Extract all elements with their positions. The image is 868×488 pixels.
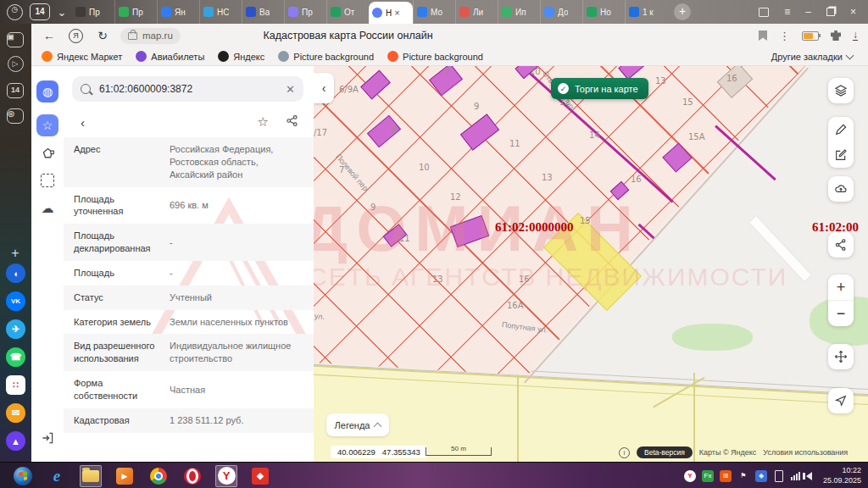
tray-battery-icon[interactable] — [773, 470, 785, 482]
ruler-button[interactable] — [828, 117, 854, 142]
start-button[interactable] — [12, 465, 34, 487]
bookmark-item[interactable]: Авиабилеты — [136, 51, 204, 62]
tab-count-badge[interactable]: 14 — [6, 81, 25, 100]
new-tab-button[interactable]: + — [674, 3, 691, 20]
cloud-icon[interactable]: ☁ — [36, 197, 58, 219]
play-media-icon[interactable]: ▷ — [6, 54, 25, 73]
action-center-flag-icon[interactable]: ⚑ — [737, 470, 749, 482]
volume-icon[interactable] — [806, 472, 812, 480]
alice-app[interactable]: ▲ — [6, 431, 25, 451]
cadastral-map[interactable]: 6/9А71089121315161415А11/177101213169111… — [314, 66, 868, 462]
apps-grid-app[interactable]: ∷ — [6, 375, 25, 395]
opera-icon[interactable] — [181, 465, 203, 487]
polygon-tool-icon[interactable] — [36, 142, 58, 164]
collapse-panel-icon[interactable] — [36, 427, 58, 449]
tab[interactable]: От — [326, 0, 369, 24]
bookmark-item[interactable]: Picture background — [387, 51, 483, 62]
screenshot-icon[interactable]: ◎ — [6, 107, 25, 125]
reload-icon[interactable]: ↻ — [90, 29, 115, 42]
history-clock-icon[interactable]: ◷ — [7, 4, 23, 20]
parcel-number: 7 — [444, 67, 449, 76]
whatsapp-app[interactable]: ☎ — [6, 347, 25, 367]
extensions-icon[interactable] — [831, 30, 841, 41]
anydesk-icon[interactable]: ◆ — [249, 465, 271, 487]
tray-fx-icon[interactable]: Fx — [702, 470, 714, 482]
internet-explorer-icon[interactable]: e — [46, 465, 68, 487]
tabs-chevron-down-icon[interactable]: ⌄ — [52, 6, 72, 19]
tab-counter-button[interactable]: 14 — [30, 3, 50, 20]
map-back-button[interactable]: ‹ — [314, 73, 334, 103]
detail-row: Площадь- — [64, 261, 314, 286]
info-icon[interactable]: i — [619, 447, 630, 458]
yandex-mail-app[interactable]: ✉ — [6, 403, 25, 423]
locate-button[interactable] — [828, 388, 854, 413]
detail-label: Площадь уточненная — [74, 193, 170, 219]
tab-label: 1 к — [643, 8, 654, 17]
tab[interactable]: 1 к — [625, 0, 667, 24]
edit-button[interactable] — [828, 142, 854, 168]
upload-button[interactable] — [828, 176, 854, 202]
tray-clock[interactable]: 10:22 25.09.2025 — [818, 466, 861, 485]
tab[interactable]: Мо — [413, 0, 455, 24]
clear-search-icon[interactable]: ✕ — [286, 83, 295, 96]
tab-active[interactable]: Н× — [369, 2, 413, 24]
media-player-icon[interactable]: ▶ — [114, 465, 136, 487]
pan-button[interactable] — [828, 344, 854, 369]
tab[interactable]: Ли — [455, 0, 498, 24]
tray-app-icon[interactable]: ⊞ — [720, 470, 732, 482]
tab-panel-icon[interactable] — [759, 8, 769, 17]
other-bookmarks-button[interactable]: Другие закладки — [771, 52, 868, 62]
app-logo-icon[interactable]: ◍ — [36, 80, 58, 103]
legend-button[interactable]: Легенда — [326, 413, 389, 436]
yandex-services-icon[interactable]: Я — [69, 29, 83, 43]
bookmark-label: Яндекс — [233, 52, 264, 62]
browser-menu-icon[interactable]: ≡ — [784, 6, 790, 18]
zoom-out-button[interactable]: − — [828, 300, 854, 326]
close-button[interactable]: × — [850, 6, 856, 18]
yandex-browser-icon[interactable]: Y — [215, 465, 237, 487]
trades-on-map-button[interactable]: ✓ Торги на карте — [551, 78, 648, 99]
yandex-browser-app[interactable]: ◖ — [6, 263, 25, 283]
tray-blue-icon[interactable]: ◈ — [755, 470, 767, 482]
panel-back-button[interactable]: ‹ — [81, 115, 85, 130]
share-icon[interactable] — [286, 114, 298, 127]
layers-button[interactable] — [828, 78, 854, 103]
favorite-star-icon[interactable]: ☆ — [258, 114, 269, 130]
search-input[interactable] — [97, 82, 279, 96]
bookmark-item[interactable]: Picture background — [278, 51, 374, 62]
tab[interactable]: Ва — [242, 0, 284, 24]
panel-toolbar: ‹ ☆ — [64, 108, 314, 136]
more-menu-icon[interactable]: ⋮ — [779, 30, 790, 42]
add-panel-icon[interactable]: + — [6, 244, 25, 263]
battery-saver-icon[interactable] — [802, 31, 819, 41]
tab[interactable]: Но — [582, 0, 625, 24]
back-icon[interactable]: ← — [36, 29, 62, 42]
tab[interactable]: До — [540, 0, 582, 24]
downloads-icon[interactable]: ↓ — [853, 30, 858, 41]
map-share-button[interactable] — [828, 232, 854, 258]
restore-button[interactable] — [826, 8, 835, 16]
bookmark-item[interactable]: Яндекс Маркет — [42, 51, 122, 62]
favorites-star-button[interactable]: ☆ — [36, 114, 58, 136]
chrome-icon[interactable] — [147, 465, 170, 487]
tab[interactable]: Пр — [114, 0, 157, 24]
tab[interactable]: Пр — [72, 0, 114, 24]
address-field[interactable]: map.ru — [120, 28, 181, 44]
zoom-in-button[interactable]: + — [828, 274, 854, 300]
tab-groups-icon[interactable]: ▣ — [6, 30, 25, 49]
tab-close-icon[interactable]: × — [394, 8, 399, 18]
bookmark-item[interactable]: Яндекс — [218, 51, 264, 62]
tab[interactable]: Ян — [157, 0, 199, 24]
bookmark-flag-icon[interactable] — [759, 30, 767, 41]
network-signal-icon[interactable] — [791, 471, 800, 480]
terms-link[interactable]: Условия использования — [763, 448, 848, 457]
tab[interactable]: Пр — [284, 0, 326, 24]
area-select-icon[interactable] — [36, 169, 58, 191]
tab[interactable]: Ип — [498, 0, 540, 24]
minimize-button[interactable]: – — [805, 6, 811, 18]
telegram-app[interactable]: ✈ — [6, 319, 25, 339]
tab[interactable]: НС — [199, 0, 242, 24]
file-explorer-icon[interactable] — [80, 465, 102, 487]
tray-yandex-icon[interactable]: Y — [684, 470, 696, 482]
vk-app[interactable]: VK — [6, 291, 25, 311]
